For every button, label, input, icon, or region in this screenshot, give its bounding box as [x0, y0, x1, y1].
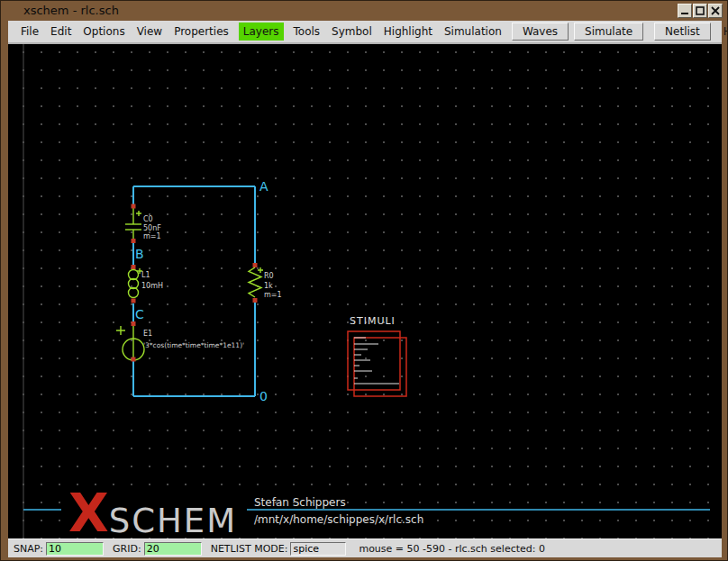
- schematic-drawing: C0 50nF m=1 L1 10mH: [8, 44, 722, 538]
- schematic-canvas[interactable]: C0 50nF m=1 L1 10mH: [8, 42, 722, 538]
- resistor-R0[interactable]: R0 1k m=1: [249, 263, 282, 303]
- logo-x-glyph: X: [68, 493, 109, 536]
- netlist-button[interactable]: Netlist: [654, 23, 711, 41]
- svg-text:C0: C0: [143, 215, 153, 223]
- minimize-button[interactable]: [678, 4, 692, 18]
- menu-view[interactable]: View: [135, 23, 164, 41]
- window-controls: [678, 4, 723, 18]
- simulate-button[interactable]: Simulate: [574, 23, 643, 41]
- svg-text:R0: R0: [264, 272, 274, 280]
- titleblock-path: /mnt/x/home/schippes/x/rlc.sch: [254, 513, 423, 526]
- netlist-mode-label: NETLIST MODE:: [211, 543, 288, 555]
- svg-text:m=1: m=1: [143, 232, 161, 240]
- minimize-icon: [680, 6, 689, 15]
- waves-button[interactable]: Waves: [512, 23, 569, 41]
- close-icon: [711, 6, 720, 15]
- capacitor-C0[interactable]: C0 50nF m=1: [125, 204, 161, 244]
- stimuli-text-lines: [354, 338, 399, 384]
- node-label-B[interactable]: B: [135, 247, 144, 261]
- stimuli-back-sheet: [354, 338, 406, 396]
- menu-highlight[interactable]: Highlight: [382, 23, 434, 41]
- logo-schem-text: SCHEM: [109, 508, 237, 536]
- maximize-icon: [696, 6, 705, 15]
- titlebar[interactable]: xschem - rlc.sch: [1, 1, 728, 21]
- titleblock-author: Stefan Schippers: [254, 496, 346, 509]
- window-title: xschem - rlc.sch: [23, 4, 119, 17]
- svg-text:m=1: m=1: [264, 291, 282, 299]
- source-E1[interactable]: E1 '3*cos(time*time*time*1e11)': [116, 321, 244, 362]
- status-bar: SNAP: GRID: NETLIST MODE: mouse = 50 -59…: [8, 538, 722, 557]
- help-menu[interactable]: Help: [716, 23, 728, 40]
- svg-text:'3*cos(time*time*time*1e11)': '3*cos(time*time*time*1e11)': [143, 341, 244, 349]
- snap-input[interactable]: [46, 542, 104, 556]
- svg-text:10mH: 10mH: [141, 282, 163, 290]
- netlist-mode-input[interactable]: [290, 542, 346, 556]
- snap-label: SNAP:: [14, 543, 43, 555]
- node-label-C[interactable]: C: [135, 307, 144, 321]
- menu-file[interactable]: File: [19, 23, 41, 41]
- plus-polarity-icon: [116, 326, 125, 335]
- grid-label: GRID:: [113, 543, 141, 555]
- xschem-window: xschem - rlc.sch File Edit Options View …: [0, 0, 728, 561]
- menu-edit[interactable]: Edit: [49, 23, 73, 41]
- maximize-button[interactable]: [693, 4, 707, 18]
- inductor-L1[interactable]: L1 10mH: [129, 265, 164, 303]
- menu-layers[interactable]: Layers: [239, 23, 284, 41]
- menu-bar: File Edit Options View Properties Layers…: [8, 21, 722, 42]
- menu-properties[interactable]: Properties: [172, 23, 231, 41]
- menu-simulation[interactable]: Simulation: [442, 23, 504, 41]
- svg-text:1k: 1k: [264, 282, 273, 290]
- node-label-0[interactable]: 0: [259, 389, 268, 403]
- plus-polarity-icon: [258, 267, 263, 273]
- svg-text:50nF: 50nF: [143, 224, 161, 232]
- close-button[interactable]: [708, 4, 723, 18]
- node-label-A[interactable]: A: [259, 179, 268, 194]
- xschem-logo: X SCHEM: [61, 490, 247, 537]
- stimuli-symbol[interactable]: STIMULI: [348, 315, 406, 396]
- plus-polarity-icon: [136, 211, 141, 216]
- svg-text:L1: L1: [141, 271, 150, 279]
- svg-text:STIMULI: STIMULI: [350, 315, 396, 327]
- grid-input[interactable]: [144, 542, 202, 556]
- mouse-status-text: mouse = 50 -590 - rlc.sch selected: 0: [359, 543, 545, 555]
- menu-symbol[interactable]: Symbol: [330, 23, 374, 41]
- menu-options[interactable]: Options: [81, 23, 126, 41]
- svg-text:E1: E1: [143, 330, 152, 338]
- menu-tools[interactable]: Tools: [292, 23, 323, 41]
